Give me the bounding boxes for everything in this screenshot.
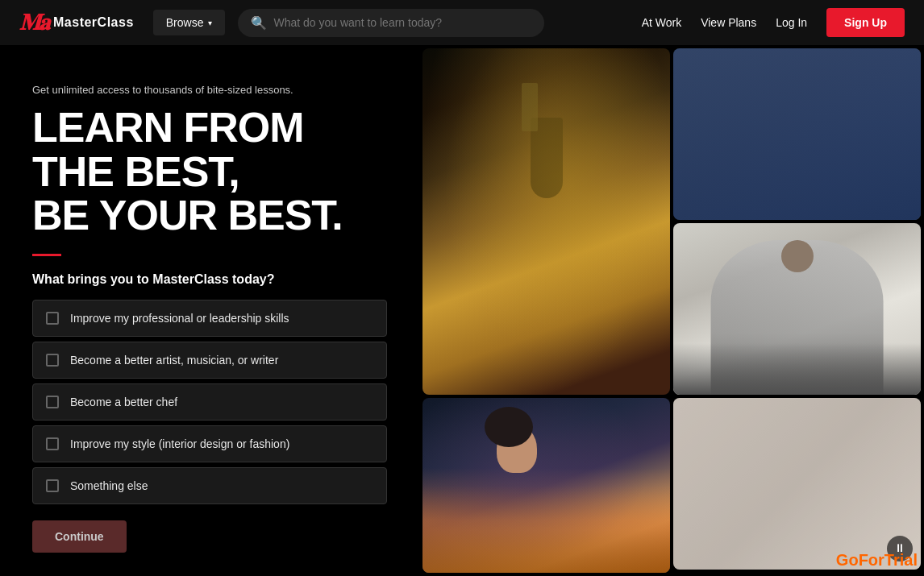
checkbox-other[interactable] <box>46 479 59 492</box>
checkbox-professional[interactable] <box>46 312 59 325</box>
option-label-other: Something else <box>70 479 148 492</box>
logo[interactable]: 𝐌𝐚 MasterClass <box>19 10 134 36</box>
woman-portrait-image <box>422 398 670 573</box>
at-work-link[interactable]: At Work <box>642 16 682 29</box>
option-chef[interactable]: Become a better chef <box>32 383 387 421</box>
option-label-chef: Become a better chef <box>70 396 177 408</box>
navbar: 𝐌𝐚 MasterClass Browse ▾ 🔍 At Work View P… <box>0 0 924 45</box>
search-input[interactable] <box>273 16 531 29</box>
samuel-jackson-image <box>673 223 921 395</box>
red-divider <box>32 254 61 256</box>
continue-button[interactable]: Continue <box>32 520 127 553</box>
chevron-down-icon: ▾ <box>208 19 212 27</box>
search-icon: 🔍 <box>251 15 267 31</box>
nav-right: At Work View Plans Log In Sign Up <box>642 8 905 37</box>
blue-shirt-image <box>673 48 921 220</box>
browse-button[interactable]: Browse ▾ <box>153 10 226 35</box>
login-link[interactable]: Log In <box>776 16 807 29</box>
video-thumbnail: ⏸ <box>673 398 921 570</box>
image-grid: ⏸ <box>419 45 924 576</box>
checkbox-chef[interactable] <box>46 396 59 408</box>
cocktail-image <box>422 48 670 395</box>
logo-text: MasterClass <box>53 15 134 30</box>
view-plans-link[interactable]: View Plans <box>701 16 756 29</box>
main-content: Get unlimited access to thousands of bit… <box>0 45 924 576</box>
left-panel: Get unlimited access to thousands of bit… <box>0 45 419 576</box>
hero-title-line2: BE YOUR BEST. <box>32 192 343 238</box>
options-list: Improve my professional or leadership sk… <box>32 300 387 504</box>
watermark: GoForTrial <box>836 551 918 570</box>
option-professional[interactable]: Improve my professional or leadership sk… <box>32 300 387 337</box>
hero-title-line1: LEARN FROM THE BEST, <box>32 104 304 195</box>
tagline: Get unlimited access to thousands of bit… <box>32 84 387 96</box>
option-other[interactable]: Something else <box>32 467 387 504</box>
option-label-style: Improve my style (interior design or fas… <box>70 437 289 450</box>
question-text: What brings you to MasterClass today? <box>32 272 387 287</box>
option-style[interactable]: Improve my style (interior design or fas… <box>32 425 387 462</box>
option-artist[interactable]: Become a better artist, musician, or wri… <box>32 342 387 379</box>
option-label-artist: Become a better artist, musician, or wri… <box>70 354 278 367</box>
logo-icon: 𝐌𝐚 <box>19 10 48 36</box>
checkbox-style[interactable] <box>46 437 59 450</box>
checkbox-artist[interactable] <box>46 354 59 367</box>
signup-button[interactable]: Sign Up <box>826 8 905 37</box>
hero-title: LEARN FROM THE BEST, BE YOUR BEST. <box>32 106 387 238</box>
option-label-professional: Improve my professional or leadership sk… <box>70 312 289 325</box>
search-bar[interactable]: 🔍 <box>238 9 544 37</box>
browse-label: Browse <box>166 16 204 29</box>
